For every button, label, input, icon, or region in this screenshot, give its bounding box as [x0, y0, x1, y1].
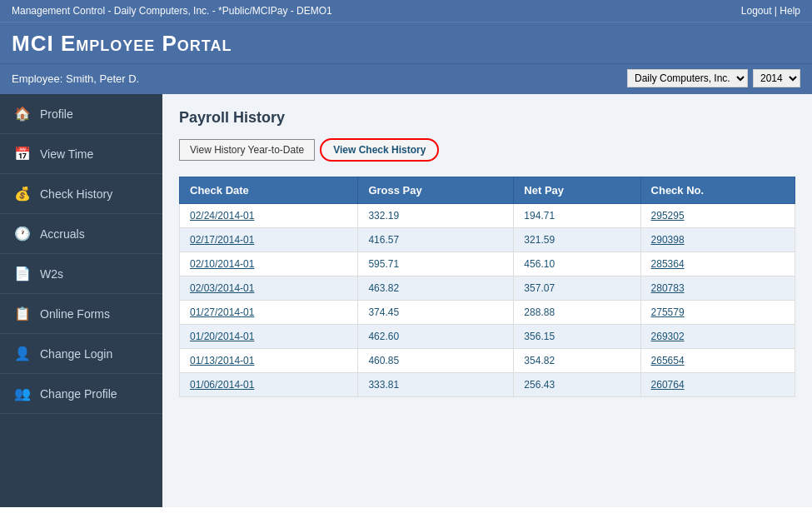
sidebar-label-view-time: View Time — [40, 147, 93, 161]
employee-selects: Daily Computers, Inc. 2014201320122011 — [627, 69, 800, 87]
calendar-icon: 📅 — [13, 146, 32, 162]
company-select[interactable]: Daily Computers, Inc. — [627, 69, 748, 87]
sidebar-label-accruals: Accruals — [40, 227, 85, 241]
table-row: 01/20/2014-01462.60356.15269302 — [180, 325, 795, 349]
cell-check-no[interactable]: 290398 — [640, 228, 795, 252]
col-header-gross-pay: Gross Pay — [358, 177, 514, 204]
users-icon: 👥 — [13, 386, 32, 401]
cell-check-date[interactable]: 01/27/2014-01 — [180, 301, 358, 325]
cell-net-pay: 321.59 — [514, 228, 640, 252]
col-header-net-pay: Net Pay — [514, 177, 640, 204]
cell-net-pay: 256.43 — [514, 373, 640, 397]
year-select[interactable]: 2014201320122011 — [753, 69, 800, 87]
table-row: 02/03/2014-01463.82357.07280783 — [180, 276, 795, 301]
page-title: Payroll History — [179, 109, 795, 127]
table-row: 02/10/2014-01595.71456.10285364 — [180, 252, 795, 276]
cell-check-no[interactable]: 285364 — [640, 252, 795, 276]
payroll-table: Check Date Gross Pay Net Pay Check No. 0… — [179, 177, 795, 397]
cell-net-pay: 194.71 — [514, 204, 640, 228]
cell-check-date[interactable]: 01/06/2014-01 — [180, 373, 358, 397]
cell-gross-pay: 462.60 — [358, 325, 514, 349]
cell-check-date[interactable]: 01/13/2014-01 — [180, 349, 358, 373]
content-area: Payroll History View History Year-to-Dat… — [162, 94, 812, 507]
sidebar: 🏠 Profile 📅 View Time 💰 Check History 🕐 … — [0, 94, 162, 507]
table-row: 01/27/2014-01374.45288.88275579 — [180, 301, 795, 325]
cell-gross-pay: 460.85 — [358, 349, 514, 373]
sidebar-item-profile[interactable]: 🏠 Profile — [0, 94, 162, 134]
table-row: 02/17/2014-01416.57321.59290398 — [180, 228, 795, 252]
main-layout: 🏠 Profile 📅 View Time 💰 Check History 🕐 … — [0, 94, 812, 507]
home-icon: 🏠 — [13, 106, 32, 122]
cell-check-date[interactable]: 02/17/2014-01 — [180, 228, 358, 252]
portal-title: MCI Employee Portal — [12, 31, 800, 57]
sidebar-item-view-time[interactable]: 📅 View Time — [0, 134, 162, 174]
cell-gross-pay: 333.81 — [358, 373, 514, 397]
sidebar-item-check-history[interactable]: 💰 Check History — [0, 174, 162, 214]
cell-gross-pay: 416.57 — [358, 228, 514, 252]
action-buttons: View History Year-to-Date View Check His… — [179, 138, 795, 162]
view-history-ytd-button[interactable]: View History Year-to-Date — [179, 139, 315, 161]
sidebar-label-check-history: Check History — [40, 187, 112, 201]
cell-check-date[interactable]: 02/24/2014-01 — [180, 204, 358, 228]
cell-gross-pay: 374.45 — [358, 301, 514, 325]
sidebar-label-change-login: Change Login — [40, 347, 112, 361]
logout-link[interactable]: Logout — [741, 5, 772, 17]
sidebar-item-change-login[interactable]: 👤 Change Login — [0, 334, 162, 374]
cell-check-no[interactable]: 265654 — [640, 349, 795, 373]
sidebar-label-w2s: W2s — [40, 267, 63, 281]
cell-check-no[interactable]: 280783 — [640, 276, 795, 301]
employee-name: Employee: Smith, Peter D. — [12, 72, 139, 85]
cell-check-no[interactable]: 295295 — [640, 204, 795, 228]
user-icon: 👤 — [13, 346, 32, 361]
table-row: 02/24/2014-01332.19194.71295295 — [180, 204, 795, 228]
sidebar-label-change-profile: Change Profile — [40, 387, 117, 401]
view-check-history-button[interactable]: View Check History — [320, 138, 439, 162]
clock-icon: 🕐 — [13, 226, 32, 242]
cell-check-date[interactable]: 02/10/2014-01 — [180, 252, 358, 276]
top-bar: Management Control - Daily Computers, In… — [0, 0, 812, 22]
cell-check-no[interactable]: 269302 — [640, 325, 795, 349]
document-icon: 📄 — [13, 266, 32, 281]
top-links: Logout | Help — [741, 5, 800, 17]
sidebar-label-profile: Profile — [40, 107, 73, 121]
cell-check-date[interactable]: 02/03/2014-01 — [180, 276, 358, 301]
sidebar-item-w2s[interactable]: 📄 W2s — [0, 254, 162, 294]
cell-gross-pay: 463.82 — [358, 276, 514, 301]
employee-bar: Employee: Smith, Peter D. Daily Computer… — [0, 63, 812, 94]
help-link[interactable]: Help — [780, 5, 800, 17]
header: MCI Employee Portal — [0, 22, 812, 63]
table-row: 01/06/2014-01333.81256.43260764 — [180, 373, 795, 397]
cell-gross-pay: 332.19 — [358, 204, 514, 228]
form-icon: 📋 — [13, 306, 32, 321]
money-icon: 💰 — [13, 186, 32, 202]
col-header-check-date: Check Date — [180, 177, 358, 204]
table-header-row: Check Date Gross Pay Net Pay Check No. — [180, 177, 795, 204]
table-row: 01/13/2014-01460.85354.82265654 — [180, 349, 795, 373]
cell-net-pay: 356.15 — [514, 325, 640, 349]
col-header-check-no: Check No. — [640, 177, 795, 204]
sidebar-item-online-forms[interactable]: 📋 Online Forms — [0, 294, 162, 334]
cell-check-date[interactable]: 01/20/2014-01 — [180, 325, 358, 349]
cell-net-pay: 456.10 — [514, 252, 640, 276]
cell-gross-pay: 595.71 — [358, 252, 514, 276]
sidebar-label-online-forms: Online Forms — [40, 307, 110, 321]
cell-check-no[interactable]: 260764 — [640, 373, 795, 397]
sidebar-item-accruals[interactable]: 🕐 Accruals — [0, 214, 162, 254]
sidebar-item-change-profile[interactable]: 👥 Change Profile — [0, 374, 162, 414]
cell-check-no[interactable]: 275579 — [640, 301, 795, 325]
cell-net-pay: 288.88 — [514, 301, 640, 325]
cell-net-pay: 357.07 — [514, 276, 640, 301]
cell-net-pay: 354.82 — [514, 349, 640, 373]
app-title: Management Control - Daily Computers, In… — [12, 5, 332, 17]
